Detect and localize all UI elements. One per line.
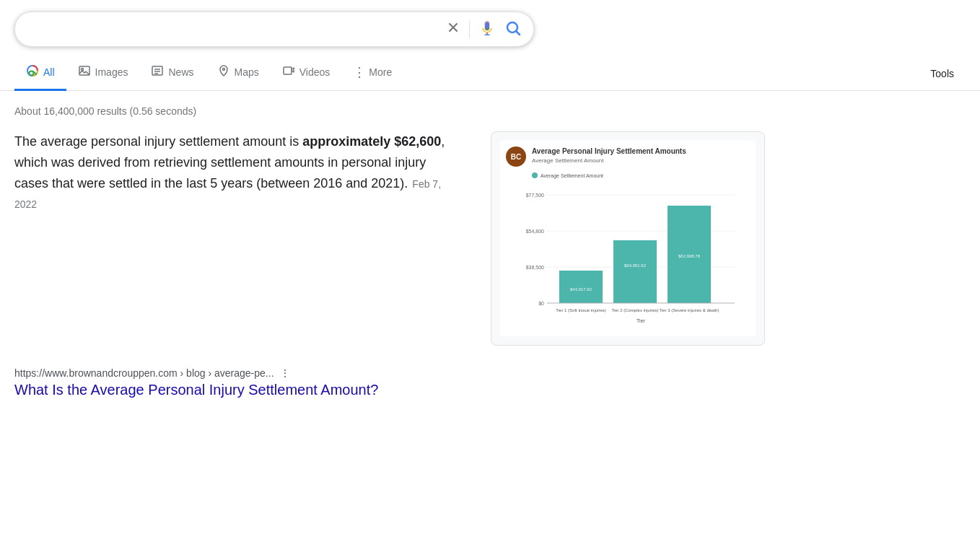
chart-logo: BC [506, 146, 526, 167]
answer-text: The average personal injury settlement a… [14, 131, 462, 346]
svg-rect-23 [613, 240, 657, 303]
tab-more[interactable]: ⋮ More [341, 57, 403, 89]
search-input[interactable]: average personal injury settlement [27, 22, 446, 37]
chart-title: Average Personal Injury Settlement Amoun… [532, 146, 750, 156]
news-tab-icon [151, 64, 164, 80]
images-tab-icon [78, 64, 91, 80]
tab-images[interactable]: Images [66, 56, 140, 91]
svg-text:$54,800: $54,800 [526, 229, 544, 234]
more-dots-icon: ⋮ [353, 66, 366, 79]
results-area: About 16,400,000 results (0.56 seconds) … [0, 91, 866, 413]
svg-point-6 [81, 69, 83, 71]
svg-rect-1 [485, 35, 490, 36]
chart-container: BC Average Personal Injury Settlement Am… [500, 141, 756, 336]
tab-maps-label: Maps [235, 66, 259, 78]
clear-search-icon[interactable] [446, 20, 460, 38]
web-result: https://www.brownandcrouppen.com › blog … [14, 367, 852, 398]
svg-rect-12 [284, 67, 292, 74]
search-box: average personal injury settlement [14, 12, 534, 47]
svg-text:$0: $0 [538, 301, 544, 306]
svg-text:Tier 1 (Soft tissue injuries): Tier 1 (Soft tissue injuries) [556, 308, 605, 312]
chart-legend: Average Settlement Amount [532, 172, 750, 178]
svg-text:Tier 2 (Complex injuries): Tier 2 (Complex injuries) [611, 308, 658, 312]
svg-text:Tier 3 (Severe injuries & deat: Tier 3 (Severe injuries & death) [660, 308, 719, 312]
search-icons [446, 19, 522, 39]
svg-point-11 [222, 69, 224, 71]
answer-chart: BC Average Personal Injury Settlement Am… [491, 131, 765, 346]
chart-title-area: Average Personal Injury Settlement Amoun… [532, 146, 750, 164]
voice-search-icon[interactable] [478, 19, 496, 39]
results-stats: About 16,400,000 results (0.56 seconds) [14, 105, 852, 117]
tab-all[interactable]: All [14, 56, 66, 91]
svg-text:Tier: Tier [636, 318, 645, 323]
chart-subtitle: Average Settlement Amount [532, 157, 750, 164]
result-url-more-icon[interactable]: ⋮ [280, 367, 290, 379]
nav-tabs-left: All Images News [14, 56, 403, 90]
tools-button[interactable]: Tools [919, 59, 966, 88]
legend-dot [532, 172, 538, 178]
svg-text:$77,500: $77,500 [526, 193, 544, 198]
search-bar-container: average personal injury settlement [0, 0, 980, 47]
all-tab-icon [26, 64, 39, 80]
result-url-text: https://www.brownandcrouppen.com › blog … [14, 367, 274, 379]
tab-videos[interactable]: Videos [271, 56, 342, 91]
videos-tab-icon [282, 64, 295, 80]
tab-maps[interactable]: Maps [206, 56, 271, 91]
answer-highlight: approximately $62,600 [302, 134, 441, 149]
result-url: https://www.brownandcrouppen.com › blog … [14, 367, 852, 379]
svg-text:$94,951.62: $94,951.62 [624, 263, 647, 268]
svg-text:$62,608.78: $62,608.78 [678, 254, 701, 258]
tab-news-label: News [168, 66, 193, 78]
tab-news[interactable]: News [139, 56, 205, 91]
svg-text:$38,500: $38,500 [526, 265, 544, 270]
search-submit-icon[interactable] [504, 19, 522, 39]
search-divider [469, 21, 470, 38]
answer-block: The average personal injury settlement a… [14, 131, 852, 346]
tab-videos-label: Videos [299, 66, 331, 78]
more-tab-content: ⋮ More [353, 66, 392, 79]
answer-intro: The average personal injury settlement a… [14, 134, 302, 149]
maps-tab-icon [217, 64, 230, 80]
tab-images-label: Images [95, 66, 128, 78]
svg-text:$44,917.92: $44,917.92 [570, 287, 592, 292]
tab-all-label: All [43, 66, 55, 78]
chart-svg: $77,500 $54,800 $38,500 $0 $44,917.92 $9… [506, 184, 750, 328]
result-title: What Is the Average Personal Injury Sett… [14, 382, 852, 398]
legend-text: Average Settlement Amount [541, 173, 603, 178]
result-title-link[interactable]: What Is the Average Personal Injury Sett… [14, 382, 378, 398]
tab-more-label: More [369, 66, 392, 78]
nav-tabs-container: All Images News [0, 47, 980, 91]
chart-header: BC Average Personal Injury Settlement Am… [506, 146, 750, 167]
